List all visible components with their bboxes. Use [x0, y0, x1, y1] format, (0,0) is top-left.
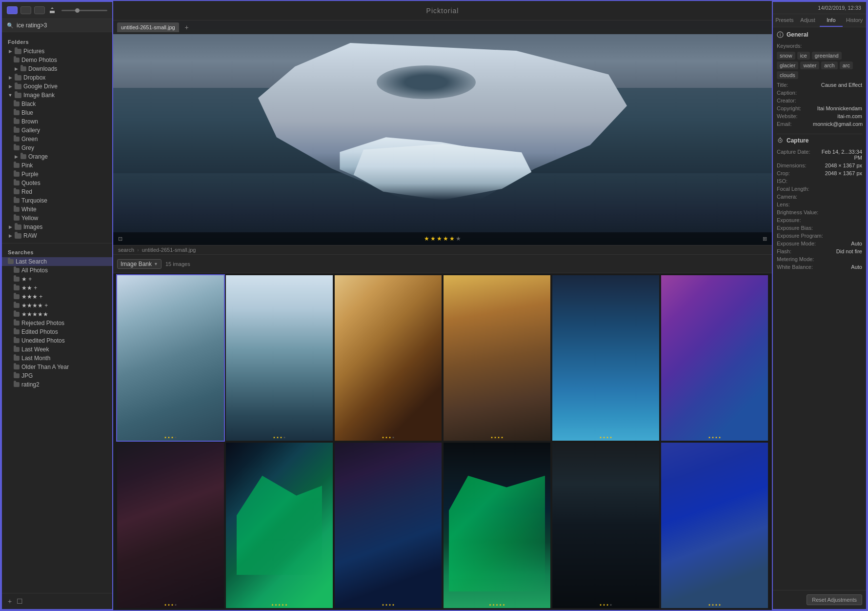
- keywords-row: Keywords:: [777, 42, 862, 50]
- sidebar-item-orange[interactable]: ▶ Orange: [2, 152, 112, 161]
- thumbnail-12[interactable]: [661, 443, 768, 608]
- sidebar: 🔍 Folders ▶ Pictures Demo Photos ▶ Downl…: [1, 1, 113, 610]
- email-value: monnick@gmail.com: [813, 121, 863, 127]
- photo-zoom-icon[interactable]: ⊡: [118, 236, 122, 242]
- sidebar-search-older-year[interactable]: Older Than A Year: [2, 363, 112, 371]
- search-icon: 🔍: [7, 22, 14, 29]
- sidebar-item-white[interactable]: White: [2, 205, 112, 214]
- thumbnail-6[interactable]: [661, 275, 768, 441]
- photo-viewer: untitled-2651-small.jpg + ⊡: [113, 20, 772, 245]
- sidebar-item-turquoise[interactable]: Turquoise: [2, 196, 112, 205]
- thumbnail-8[interactable]: [226, 443, 333, 608]
- chevron-right-icon: ▶: [8, 75, 13, 80]
- sidebar-search-edited[interactable]: Edited Photos: [2, 327, 112, 336]
- reset-adjustments-button[interactable]: Reset Adjustments: [807, 594, 862, 605]
- thumbnail-1[interactable]: [117, 275, 224, 441]
- thumbnail-3[interactable]: [335, 275, 442, 441]
- sidebar-item-downloads[interactable]: ▶ Downloads: [2, 64, 112, 73]
- lens-row: Lens:: [777, 201, 862, 208]
- folder-icon: [15, 93, 21, 98]
- sidebar-item-image-bank[interactable]: ▼ Image Bank: [2, 91, 112, 100]
- thumbnail-9[interactable]: [335, 443, 442, 608]
- sidebar-search-last-month[interactable]: Last Month: [2, 354, 112, 363]
- share-button[interactable]: [48, 6, 57, 15]
- sidebar-item-raw[interactable]: ▶ RAW: [2, 231, 112, 240]
- keyword-arch: arch: [821, 61, 837, 69]
- sidebar-item-label: Grey: [21, 144, 34, 151]
- sidebar-search-all-photos[interactable]: All Photos: [2, 266, 112, 275]
- sidebar-item-label: Image Bank: [23, 92, 55, 99]
- edit-button[interactable]: ☐: [17, 597, 23, 605]
- sidebar-item-label: All Photos: [21, 267, 48, 274]
- searches-section-header: Searches: [2, 246, 112, 257]
- size-slider[interactable]: [61, 10, 107, 11]
- tab-info[interactable]: Info: [820, 14, 843, 27]
- sidebar-item-images[interactable]: ▶ Images: [2, 223, 112, 231]
- folder-icon: [14, 382, 20, 387]
- folder-icon: [14, 329, 20, 334]
- add-button[interactable]: +: [8, 597, 12, 605]
- tab-adjust[interactable]: Adjust: [796, 14, 820, 27]
- sidebar-search-unedited[interactable]: Unedited Photos: [2, 336, 112, 345]
- tab-history[interactable]: History: [843, 14, 866, 27]
- exposure-bias-row: Exposure Bias:: [777, 224, 862, 232]
- iso-row: ISO:: [777, 177, 862, 185]
- sidebar-item-demo-photos[interactable]: Demo Photos: [2, 56, 112, 64]
- sidebar-item-grey[interactable]: Grey: [2, 143, 112, 152]
- thumbnail-5[interactable]: [552, 275, 659, 441]
- creator-row: Creator:: [777, 97, 862, 104]
- add-tab-button[interactable]: +: [182, 22, 192, 32]
- email-label: Email:: [777, 121, 811, 127]
- view-single-button[interactable]: [34, 6, 45, 14]
- sidebar-item-pink[interactable]: Pink: [2, 161, 112, 170]
- thumbnail-11[interactable]: [552, 443, 659, 608]
- sidebar-search-rating2[interactable]: rating2: [2, 380, 112, 389]
- thumbnail-7[interactable]: [117, 443, 224, 608]
- photo-tab-active[interactable]: untitled-2651-small.jpg: [117, 22, 179, 32]
- folder-icon: [14, 163, 20, 168]
- search-box: 🔍: [2, 19, 112, 32]
- sidebar-search-5star[interactable]: ★★★★★: [2, 310, 112, 319]
- creator-label: Creator:: [777, 98, 811, 103]
- sidebar-search-4star[interactable]: ★★★★ +: [2, 301, 112, 310]
- sidebar-search-last-search[interactable]: Last Search: [2, 257, 112, 266]
- sidebar-item-brown[interactable]: Brown: [2, 117, 112, 126]
- sidebar-item-black[interactable]: Black: [2, 100, 112, 108]
- sidebar-search-rejected[interactable]: Rejected Photos: [2, 319, 112, 327]
- title-label: Title:: [777, 82, 811, 88]
- collection-selector[interactable]: Image Bank ▼: [117, 259, 161, 269]
- thumbnail-10[interactable]: [444, 443, 550, 608]
- copyright-label: Copyright:: [777, 105, 811, 111]
- sidebar-item-blue[interactable]: Blue: [2, 108, 112, 117]
- search-input[interactable]: [17, 22, 107, 29]
- sidebar-item-gallery[interactable]: Gallery: [2, 126, 112, 135]
- photo-star-rating[interactable]: ★ ★ ★ ★ ★ ★: [424, 235, 461, 242]
- sidebar-search-3star[interactable]: ★★★ +: [2, 292, 112, 301]
- view-grid-button[interactable]: [7, 6, 18, 14]
- sidebar-search-last-week[interactable]: Last Week: [2, 345, 112, 354]
- sidebar-item-quotes[interactable]: Quotes: [2, 179, 112, 187]
- sidebar-item-yellow[interactable]: Yellow: [2, 214, 112, 223]
- photo-action-button[interactable]: ⊞: [763, 236, 767, 242]
- sidebar-item-google-drive[interactable]: ▶ Google Drive: [2, 82, 112, 91]
- sidebar-search-1star[interactable]: ★ +: [2, 275, 112, 284]
- brightness-row: Brightness Value:: [777, 208, 862, 216]
- sidebar-search-2star[interactable]: ★★ +: [2, 284, 112, 292]
- sidebar-item-label: White: [21, 206, 37, 213]
- sidebar-item-green[interactable]: Green: [2, 135, 112, 143]
- folder-icon: [20, 66, 26, 71]
- view-strip-button[interactable]: [20, 6, 31, 14]
- exposure-mode-value: Auto: [818, 241, 862, 246]
- sidebar-search-jpg[interactable]: JPG: [2, 371, 112, 380]
- sidebar-item-pictures[interactable]: ▶ Pictures: [2, 47, 112, 56]
- tab-presets[interactable]: Presets: [773, 14, 796, 27]
- sidebar-item-dropbox[interactable]: ▶ Dropbox: [2, 73, 112, 82]
- chevron-right-icon: ▶: [8, 224, 13, 229]
- sidebar-item-purple[interactable]: Purple: [2, 170, 112, 179]
- sidebar-item-red[interactable]: Red: [2, 187, 112, 196]
- thumbnail-2[interactable]: [226, 275, 333, 441]
- thumbnail-4[interactable]: [444, 275, 550, 441]
- exposure-program-row: Exposure Program:: [777, 232, 862, 240]
- capture-section-header: Capture: [777, 137, 862, 144]
- svg-point-1: [780, 33, 781, 34]
